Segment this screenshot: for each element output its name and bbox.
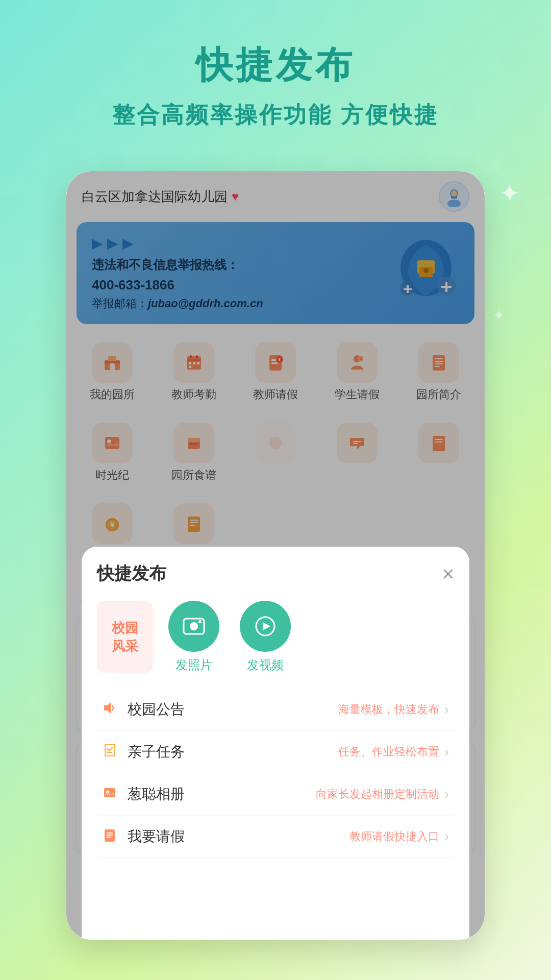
task-icon [102,743,128,762]
modal-menu-announcement[interactable]: 校园公告 海量模板，快速发布 › [97,689,454,731]
announcement-hint: 海量模板，快速发布 [338,702,439,717]
leave-hint: 教师请假快捷入口 [349,829,439,844]
modal-menu-leave[interactable]: 我要请假 教师请假快捷入口 › [97,816,454,858]
quick-publish-modal: 快捷发布 × 校园风采 发照片 [82,547,469,940]
announcement-name: 校园公告 [128,700,338,719]
svg-point-55 [190,622,198,630]
sub-title: 整合高频率操作功能 方便快捷 [20,100,531,130]
album-hint: 向家长发起相册定制活动 [316,787,439,802]
header-area: 快捷发布 整合高频率操作功能 方便快捷 [0,0,551,151]
modal-close-button[interactable]: × [442,562,454,585]
svg-rect-63 [107,832,113,834]
svg-marker-58 [263,622,270,630]
album-icon [102,785,128,804]
album-name: 葱聪相册 [128,785,316,804]
video-label: 发视频 [247,657,284,673]
modal-tab-label: 校园风采 [112,619,138,656]
svg-rect-64 [107,835,113,836]
task-arrow: › [444,744,449,760]
photo-label: 发照片 [176,657,212,673]
modal-menu-task[interactable]: 亲子任务 任务、作业轻松布置 › [97,731,454,773]
svg-rect-59 [107,752,112,753]
main-title: 快捷发布 [20,41,531,90]
announcement-icon [102,700,128,719]
modal-body: 校园风采 发照片 发视频 [97,601,454,673]
phone-frame: 白云区加拿达国际幼儿园 ♥ ▶ ▶ ▶ 违法和不良信息举报热线： 400-633… [66,171,485,940]
album-arrow: › [444,786,449,802]
task-name: 亲子任务 [128,742,338,762]
announcement-arrow: › [444,701,449,718]
svg-point-56 [198,620,202,623]
leave-arrow: › [444,828,449,845]
modal-media-icons: 发照片 发视频 [168,601,291,673]
photo-circle [168,601,219,652]
task-hint: 任务、作业轻松布置 [338,744,439,760]
modal-campus-tab[interactable]: 校园风采 [97,601,153,673]
leave-icon [102,827,128,846]
svg-rect-60 [104,788,115,797]
send-video-button[interactable]: 发视频 [240,601,291,673]
modal-header: 快捷发布 × [97,562,454,585]
send-photo-button[interactable]: 发照片 [168,601,219,673]
svg-rect-65 [107,837,111,838]
modal-title: 快捷发布 [97,562,166,585]
leave-name: 我要请假 [128,827,349,846]
modal-menu-list: 校园公告 海量模板，快速发布 › 亲子任务 任务、作业轻松布置 › [97,689,454,858]
video-circle [240,601,291,652]
modal-menu-album[interactable]: 葱聪相册 向家长发起相册定制活动 › [97,773,454,816]
